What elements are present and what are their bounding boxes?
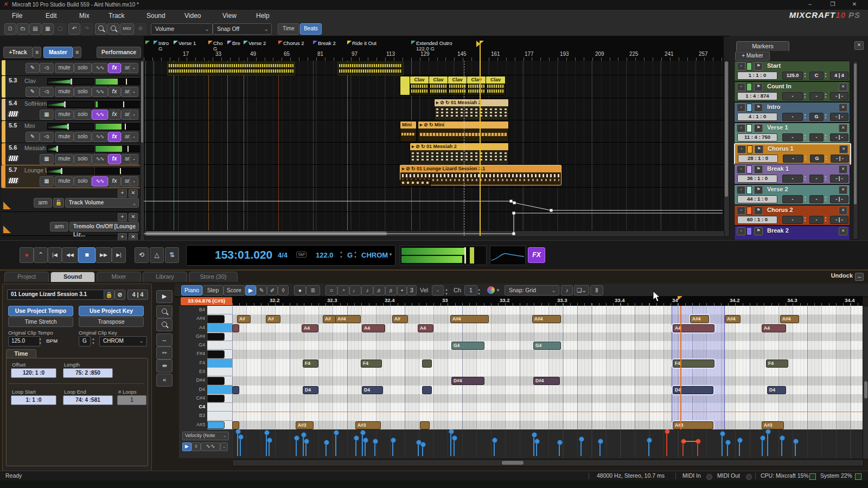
playhead-flag-icon[interactable] <box>476 41 480 47</box>
flag-icon <box>244 41 248 44</box>
flag-label: Bre <box>232 40 240 46</box>
flag-icon <box>313 41 317 44</box>
flag-icon <box>174 41 178 44</box>
edit-cursor-line <box>464 61 465 236</box>
arrangement-playhead[interactable] <box>480 41 481 236</box>
flag-label: Verse 1 <box>178 40 196 46</box>
flag-sublabel: G <box>158 46 162 52</box>
flag-icon <box>278 41 283 44</box>
flag-sublabel: 122.0 G <box>416 46 435 52</box>
mouse-cursor-icon <box>653 291 661 303</box>
mixcraft-window: ✕ Mixcraft 10 Pro Studio Build 559 - Ain… <box>0 0 868 488</box>
flag-icon <box>347 41 352 44</box>
flag-icon <box>154 41 158 44</box>
flag-sublabel: G <box>213 46 217 52</box>
flag-label: Chorus 2 <box>283 40 304 46</box>
flag-icon <box>208 41 213 44</box>
automation-curves <box>0 0 868 488</box>
flag-label: Ride it Out <box>352 40 376 46</box>
flag-icon <box>227 41 232 44</box>
flag-icon <box>145 41 150 44</box>
flag-icon <box>411 41 416 44</box>
flag-label: Break 2 <box>318 40 336 46</box>
pr-playhead-flag-icon[interactable] <box>678 296 682 300</box>
flag-label: Verse 2 <box>248 40 266 46</box>
